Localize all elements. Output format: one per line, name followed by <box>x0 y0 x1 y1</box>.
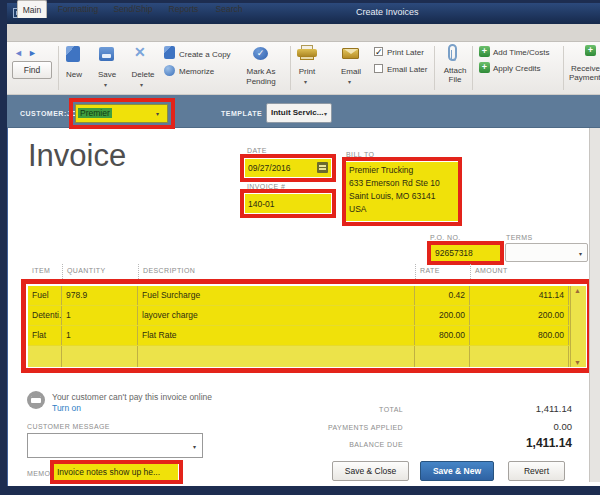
customer-message-dropdown[interactable]: ▾ <box>27 433 203 458</box>
cell-description[interactable]: layover charge <box>138 306 415 325</box>
table-row[interactable]: Fuel 978.9 Fuel Surcharge 0.42 411.14 <box>28 286 586 306</box>
receive-payments-button-line2[interactable]: Payments <box>569 73 600 82</box>
tab-formatting[interactable]: Formatting <box>56 0 100 18</box>
cell-quantity[interactable]: 1 <box>62 326 138 345</box>
customer-job-dropdown[interactable]: Premier ▾ <box>75 104 168 123</box>
email-later-label[interactable]: Email Later <box>387 65 431 74</box>
cell-amount[interactable]: 200.00 <box>470 306 569 325</box>
memorize-button[interactable]: Memorize <box>179 67 229 76</box>
forward-arrow-icon[interactable]: ► <box>28 48 37 58</box>
new-button[interactable]: New <box>60 70 88 79</box>
table-row[interactable]: Flat 1 Flat Rate 800.00 800.00 <box>28 326 586 346</box>
cell-item[interactable]: Fuel <box>28 286 62 305</box>
total-label: TOTAL <box>303 406 403 413</box>
tab-search[interactable]: Search <box>214 0 244 18</box>
print-later-label[interactable]: Print Later <box>387 48 427 57</box>
cell-amount[interactable]: 411.14 <box>470 286 569 305</box>
date-value: 09/27/2016 <box>248 163 291 173</box>
cell-item[interactable]: Detenti... <box>28 306 62 325</box>
invoice-no-label: INVOICE # <box>247 183 285 190</box>
cell-rate[interactable] <box>415 346 470 367</box>
email-later-checkbox[interactable] <box>374 64 383 73</box>
cell-description[interactable]: Fuel Surcharge <box>138 286 415 305</box>
cell-quantity[interactable]: 978.9 <box>62 286 138 305</box>
balance-due-label: BALANCE DUE <box>303 441 403 448</box>
col-header-item[interactable]: ITEM <box>28 264 62 279</box>
total-value: 1,411.14 <box>460 403 572 414</box>
window-scrollbar[interactable] <box>589 128 600 482</box>
email-button[interactable]: Email <box>336 67 366 76</box>
apply-credits-icon: + <box>479 62 490 73</box>
add-time-costs-button[interactable]: Add Time/Costs <box>493 48 559 57</box>
find-button[interactable]: Find <box>12 61 52 79</box>
cell-rate[interactable]: 200.00 <box>415 306 470 325</box>
col-header-quantity[interactable]: QUANTITY <box>62 264 138 279</box>
po-no-label: P.O. NO. <box>430 234 461 241</box>
invoice-no-field[interactable]: 140-01 <box>245 194 331 213</box>
save-new-button[interactable]: Save & New <box>420 461 494 481</box>
calendar-icon[interactable] <box>317 162 328 173</box>
terms-dropdown[interactable]: ▾ <box>505 243 588 262</box>
attach-file-button-line2[interactable]: File <box>438 75 472 84</box>
cell-description[interactable] <box>138 346 415 367</box>
bill-to-line: 633 Emerson Rd Ste 10 <box>349 177 455 190</box>
table-row-empty[interactable] <box>28 346 586 367</box>
template-dropdown[interactable]: Intuit Servic... ▾ <box>266 103 332 123</box>
apply-credits-button[interactable]: Apply Credits <box>493 64 553 73</box>
delete-dropdown-icon[interactable]: ▾ <box>140 81 143 88</box>
scroll-up-icon[interactable]: ▲ <box>574 287 581 294</box>
customer-message-label: CUSTOMER MESSAGE <box>27 423 110 430</box>
save-button[interactable]: Save <box>92 70 122 79</box>
table-row[interactable]: Detenti... 1 layover charge 200.00 200.0… <box>28 306 586 326</box>
tab-main[interactable]: Main <box>17 0 47 18</box>
email-dropdown-icon[interactable]: ▾ <box>348 78 351 85</box>
mark-pending-button-line2[interactable]: Pending <box>240 77 282 86</box>
cell-rate[interactable]: 800.00 <box>415 326 470 345</box>
attach-file-button[interactable]: Attach <box>438 66 472 75</box>
cell-quantity[interactable] <box>62 346 138 367</box>
print-button[interactable]: Print <box>293 67 321 76</box>
chevron-down-icon: ▾ <box>324 110 327 117</box>
cell-amount[interactable]: 800.00 <box>470 326 569 345</box>
tab-reports[interactable]: Reports <box>167 0 200 18</box>
scroll-down-icon[interactable]: ▼ <box>574 359 581 366</box>
cell-item[interactable] <box>28 346 62 367</box>
mark-pending-button[interactable]: Mark As <box>240 67 282 76</box>
terms-label: TERMS <box>506 234 533 241</box>
col-header-description[interactable]: DESCRIPTION <box>138 264 415 279</box>
col-header-rate[interactable]: RATE <box>415 264 470 279</box>
po-no-field[interactable]: 92657318 <box>431 245 500 261</box>
print-later-checkbox[interactable]: ✓ <box>374 47 383 56</box>
save-close-button[interactable]: Save & Close <box>332 461 409 481</box>
cell-description[interactable]: Flat Rate <box>138 326 415 345</box>
revert-button[interactable]: Revert <box>508 461 565 481</box>
turn-on-link[interactable]: Turn on <box>52 403 81 413</box>
toolbar-separator <box>290 46 291 90</box>
date-field[interactable]: 09/27/2016 <box>245 159 331 177</box>
mark-pending-icon: ✓ <box>253 47 268 60</box>
create-copy-button[interactable]: Create a Copy <box>179 50 241 59</box>
invoice-no-value: 140-01 <box>248 199 274 209</box>
receive-payments-button[interactable]: Receive <box>571 64 600 73</box>
bill-to-field[interactable]: Premier Trucking 633 Emerson Rd Ste 10 S… <box>346 162 458 221</box>
memorize-icon <box>164 65 175 76</box>
save-dropdown-icon[interactable]: ▾ <box>104 81 107 88</box>
print-dropdown-icon[interactable]: ▾ <box>304 78 307 85</box>
cell-rate[interactable]: 0.42 <box>415 286 470 305</box>
add-time-costs-icon: + <box>479 46 490 57</box>
cell-item[interactable]: Flat <box>28 326 62 345</box>
window-title: Create Invoices <box>356 7 419 17</box>
payments-applied-value: 0.00 <box>460 421 572 432</box>
po-no-value: 92657318 <box>435 248 473 258</box>
toolbar-separator <box>434 46 435 90</box>
cell-amount[interactable] <box>470 346 569 367</box>
cell-quantity[interactable]: 1 <box>62 306 138 325</box>
col-header-amount[interactable]: AMOUNT <box>470 264 570 279</box>
delete-button[interactable]: Delete <box>126 70 160 79</box>
template-value: Intuit Servic... <box>271 108 323 117</box>
table-scrollbar[interactable]: ▲ ▼ <box>570 286 586 367</box>
back-arrow-icon[interactable]: ◄ <box>14 48 23 58</box>
bill-to-line: USA <box>349 203 455 216</box>
memo-field[interactable]: Invoice notes show up he... <box>54 464 178 480</box>
tab-send-ship[interactable]: Send/Ship <box>112 0 154 18</box>
